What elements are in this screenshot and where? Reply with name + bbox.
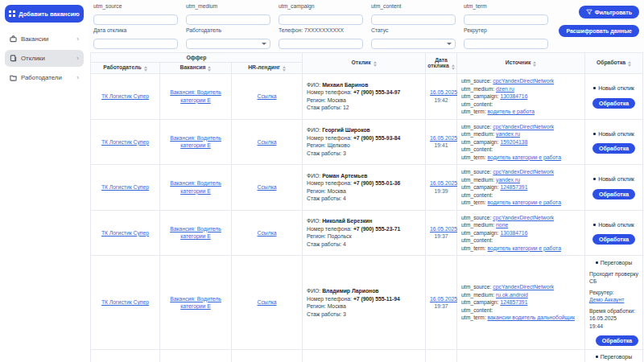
response-cell: ФИО: Михаил БариновНомер телефона: +7 (9…	[303, 74, 426, 120]
decrypt-data-button[interactable]: Расшифровать данные	[559, 25, 639, 37]
date-cell: 16.05.202519:37	[426, 210, 457, 256]
sort-icon[interactable]	[374, 61, 377, 67]
utm-line: utm_source: cpcYandexDirectNetwork	[461, 77, 580, 85]
sort-icon[interactable]	[452, 64, 455, 70]
utm-medium-link[interactable]: yandex.ru	[496, 177, 520, 183]
status-badge: Переговоры	[589, 353, 638, 361]
utm-campaign-link[interactable]: 130384716	[500, 230, 527, 236]
employer-link[interactable]: ТК Логистик Супер	[101, 184, 149, 190]
hr-landing-link[interactable]: Ссылка	[257, 299, 276, 305]
hr-landing-link[interactable]: Ссылка	[257, 230, 276, 236]
utm-medium-link[interactable]: none	[496, 222, 508, 228]
vacancy-link[interactable]: Вакансия: Водитель категории Е	[170, 180, 221, 194]
utm-campaign-input[interactable]	[279, 14, 363, 25]
utm-term-input[interactable]	[464, 14, 548, 25]
table-row: ТК Логистик СуперВакансия: Водитель кате…	[91, 256, 643, 350]
response-date-link[interactable]: 16.05.2025	[430, 89, 457, 95]
sort-icon[interactable]	[208, 66, 211, 72]
hr-landing-link[interactable]: Ссылка	[257, 139, 276, 145]
column-header-response-date[interactable]: Дата отклика	[426, 53, 457, 74]
utm-medium-link[interactable]: dzen.ru	[496, 86, 514, 92]
process-button[interactable]: Обработка	[592, 234, 635, 245]
add-vacancy-button[interactable]: Добавить вакансию	[5, 5, 84, 23]
sidebar-item-employers[interactable]: Работодатели ›	[5, 69, 84, 86]
employer-link[interactable]: ТК Логистик Супер	[101, 299, 149, 305]
vacancy-link[interactable]: Вакансия: Водитель категории Е	[170, 296, 221, 310]
utm-line: utm_source: cpcYandexDirectNetwork	[461, 283, 580, 291]
response-date-link[interactable]: 16.05.2025	[430, 180, 457, 186]
utm-term-link[interactable]: водитель категории е работа	[488, 200, 561, 205]
utm-line: utm_source: cpcYandexDirectNetwork	[461, 214, 580, 222]
response-date-link[interactable]: 16.05.2025	[430, 226, 457, 232]
processing-cell: Новый откликОбработка	[585, 74, 643, 120]
employer-link[interactable]: ТК Логистик Супер	[101, 139, 149, 145]
vacancy-link[interactable]: Вакансия: Водитель категории Е	[170, 226, 221, 240]
column-header-response[interactable]: Отклик	[303, 53, 426, 74]
utm-line: utm_term: водитель е работа	[461, 108, 580, 116]
responses-table: Оффер Отклик Дата отклика Источник Обраб…	[90, 52, 643, 362]
column-header-vacancy[interactable]: Вакансия	[160, 63, 232, 74]
status-dot-icon	[593, 224, 596, 226]
utm-campaign-link[interactable]: 130384716	[500, 93, 527, 99]
filter-button[interactable]: Фильтровать	[579, 6, 639, 19]
response-date-link[interactable]: 16.05.2025	[430, 296, 457, 302]
recruiter-link[interactable]: Демо Аккаунт	[589, 297, 624, 302]
employer-select[interactable]	[186, 39, 270, 49]
utm-source-link[interactable]: cpcYandexDirectNetwork	[493, 215, 554, 220]
processing-time-value: 19:44	[589, 323, 638, 331]
region-line: Регион: Москва	[307, 187, 421, 195]
process-button[interactable]: Обработка	[596, 335, 638, 346]
utm-source-link[interactable]: cpcYandexDirectNetwork	[493, 169, 554, 175]
utm-source-link[interactable]: cpcYandexDirectNetwork	[493, 124, 554, 130]
employer-cell: ТК Логистик Супер	[91, 350, 160, 362]
status-label: Новый отклик	[598, 84, 634, 93]
vacancy-link[interactable]: Вакансия: Водитель категории Е	[170, 89, 221, 103]
vacancy-link[interactable]: Вакансия: Водитель категории Е	[170, 135, 221, 149]
hr-landing-cell: Ссылка	[232, 119, 303, 165]
status-badge: Новый отклик	[589, 221, 638, 229]
column-header-processing[interactable]: Обработка	[585, 53, 643, 74]
column-header-source[interactable]: Источник	[457, 53, 585, 74]
sidebar-item-vacancies[interactable]: Вакансии ›	[5, 31, 84, 47]
response-date-link[interactable]: 16.05.2025	[430, 135, 457, 141]
utm-campaign-link[interactable]: 124857391	[500, 299, 527, 305]
response-date-input[interactable]	[93, 39, 178, 49]
employer-link[interactable]: ТК Логистик Супер	[101, 230, 149, 236]
utm-source-link[interactable]: cpcYandexDirectNetwork	[493, 78, 554, 84]
recruiter-input[interactable]	[464, 39, 548, 49]
utm-line: utm_content:	[461, 146, 580, 154]
utm-line: utm_term: водитель категории е работа	[461, 245, 580, 253]
hr-landing-link[interactable]: Ссылка	[257, 93, 276, 99]
hr-landing-link[interactable]: Ссылка	[257, 184, 276, 190]
column-header-hr-landing[interactable]: HR-лендинг	[232, 63, 303, 74]
table-row: ТК Логистик СуперВакансия: Водитель кате…	[91, 350, 643, 362]
utm-source-link[interactable]: cpcYandexDirectNetwork	[493, 284, 554, 290]
status-select[interactable]	[371, 39, 456, 49]
utm-line: utm_campaign: 124857391	[461, 183, 580, 191]
process-button[interactable]: Обработка	[592, 189, 635, 200]
employer-link[interactable]: ТК Логистик Супер	[101, 93, 149, 99]
utm-line: utm_source: cpcYandexDirectNetwork	[461, 168, 580, 176]
utm-campaign-link[interactable]: 124857391	[500, 184, 527, 190]
utm-medium-link[interactable]: yandex.ru	[496, 131, 520, 137]
utm-medium-input[interactable]	[186, 14, 270, 25]
process-button[interactable]: Обработка	[592, 98, 635, 109]
utm-term-link[interactable]: вакансии водитель дальнобойщик	[488, 315, 575, 320]
process-button[interactable]: Обработка	[592, 143, 635, 154]
utm-term-link[interactable]: водитель категории е работа	[488, 245, 561, 251]
hr-landing-cell: Ссылка	[232, 256, 303, 350]
sort-icon[interactable]	[628, 61, 631, 67]
sort-icon[interactable]	[283, 66, 286, 72]
phone-input[interactable]	[279, 39, 363, 49]
sidebar-item-responses[interactable]: Отклики ›	[5, 50, 84, 67]
column-header-employer[interactable]: Работодатель	[91, 63, 160, 74]
utm-content-input[interactable]	[371, 14, 456, 25]
sort-icon[interactable]	[144, 66, 147, 72]
source-cell: utm_source: cpcYandexDirectNetworkutm_me…	[457, 165, 585, 211]
sort-icon[interactable]	[533, 61, 536, 67]
utm-source-input[interactable]	[93, 14, 178, 25]
utm-medium-link[interactable]: ru.ok.android	[496, 292, 528, 298]
utm-term-link[interactable]: водитель е работа	[488, 109, 535, 114]
utm-campaign-link[interactable]: 159204138	[500, 139, 527, 145]
utm-term-link[interactable]: водитель категории е работа	[488, 154, 561, 160]
